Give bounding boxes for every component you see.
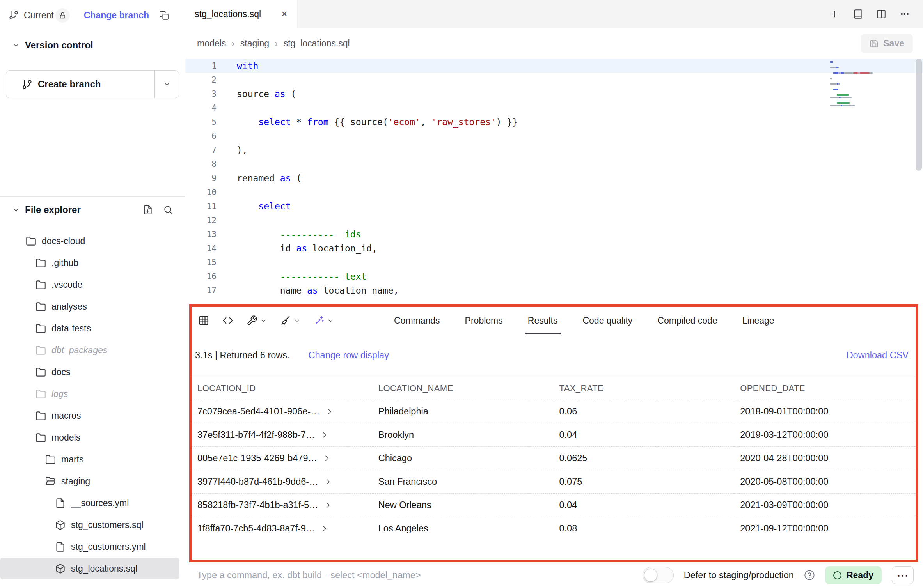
expand-row-icon[interactable] [320, 431, 328, 439]
tree-item-stg-customers-sql[interactable]: stg_customers.sql [0, 514, 179, 536]
split-editor-icon[interactable] [876, 9, 886, 19]
code-line: 5 select * from {{ source('ecom', 'raw_s… [185, 115, 923, 129]
expand-row-icon[interactable] [320, 524, 328, 533]
tree-item-sources-yml[interactable]: __sources.yml [0, 492, 179, 514]
current-branch[interactable]: Current [9, 10, 54, 21]
expand-row-icon[interactable] [325, 407, 334, 416]
code-line: 10 [185, 185, 923, 199]
panel-tab-compiled-code[interactable]: Compiled code [657, 307, 717, 334]
version-control-header[interactable]: Version control [0, 36, 185, 55]
table-cell: Philadelphia [373, 400, 554, 423]
change-row-display-link[interactable]: Change row display [309, 350, 389, 361]
create-branch-dropdown[interactable] [154, 71, 179, 98]
panel-tab-problems[interactable]: Problems [465, 307, 503, 334]
tree-item-dbt-packages[interactable]: dbt_packages [0, 339, 179, 361]
panel-tab-commands[interactable]: Commands [394, 307, 440, 334]
create-branch-button[interactable]: Create branch [6, 71, 154, 98]
code-line: 3source as ( [185, 87, 923, 101]
format-button[interactable] [280, 315, 300, 326]
ide-status-button[interactable]: Ready [825, 566, 882, 584]
folder-icon [26, 236, 36, 246]
table-row: 3977f440-b87d-461b-9dd6-…San Francisco0.… [192, 470, 916, 493]
save-button[interactable]: Save [861, 34, 913, 53]
editor-scrollbar-thumb[interactable] [916, 59, 922, 171]
lock-icon [59, 12, 66, 19]
tree-item-docs[interactable]: docs [0, 361, 179, 383]
tree-item-marts[interactable]: marts [0, 448, 179, 470]
tree-item-models[interactable]: models [0, 427, 179, 448]
breadcrumb-item-staging[interactable]: staging [240, 38, 269, 49]
table-view-button[interactable] [198, 315, 209, 326]
help-icon[interactable] [804, 570, 815, 581]
expand-row-icon[interactable] [324, 478, 332, 486]
code-line: 6 [185, 129, 923, 143]
table-row: 005e7e1c-1935-4269-b479…Chicago0.0625202… [192, 446, 916, 470]
expand-row-icon[interactable] [323, 454, 331, 462]
code-line: 4 [185, 101, 923, 115]
build-tools-button[interactable] [247, 315, 267, 326]
chevron-down-icon [12, 41, 20, 50]
folder-icon [45, 454, 56, 465]
create-branch-split-button: Create branch [6, 70, 179, 98]
minimap[interactable] [830, 61, 912, 108]
panel-tab-lineage[interactable]: Lineage [742, 307, 774, 334]
panel-tab-results[interactable]: Results [528, 307, 558, 334]
folder-icon [36, 411, 46, 421]
changelog-icon[interactable] [853, 9, 863, 19]
tree-item-github[interactable]: .github [0, 252, 179, 274]
code-text: ), [237, 145, 248, 155]
code-line: 17 name as location_name, [185, 283, 923, 298]
defer-toggle[interactable] [643, 567, 674, 583]
search-icon[interactable] [163, 205, 173, 215]
download-csv-link[interactable]: Download CSV [847, 350, 909, 361]
table-cell: 2021-03-09T00:00:00 [735, 493, 916, 517]
code-text: ---------- ids [237, 229, 361, 239]
editor-tab[interactable]: stg_locations.sql × [185, 0, 297, 28]
breadcrumb-item-models[interactable]: models [197, 38, 226, 49]
location-id-value: 005e7e1c-1935-4269-b479… [197, 453, 317, 464]
file-name: docs-cloud [42, 236, 85, 246]
tree-item-macros[interactable]: macros [0, 405, 179, 427]
chevron-down-icon [163, 80, 171, 89]
tree-item-vscode[interactable]: .vscode [0, 274, 179, 296]
breadcrumb-item-stg-locations-sql[interactable]: stg_locations.sql [284, 38, 350, 49]
code-text: with [237, 61, 258, 71]
new-file-icon[interactable] [143, 205, 153, 215]
more-options-icon[interactable] [900, 9, 910, 19]
code-editor[interactable]: 1with23source as (45 select * from {{ so… [185, 59, 923, 304]
tree-item-stg-locations-sql[interactable]: stg_locations.sql [0, 558, 179, 579]
git-branch-icon [22, 79, 32, 90]
wrench-icon [247, 315, 257, 326]
code-view-button[interactable] [222, 315, 233, 326]
table-cell: 0.075 [554, 470, 735, 493]
table-row: 7c079cea-5ed4-4101-906e-…Philadelphia0.0… [192, 400, 916, 423]
code-line: 1with [185, 59, 923, 73]
branch-lock-badge [55, 8, 70, 23]
line-number: 5 [185, 117, 237, 127]
fix-button[interactable] [314, 315, 334, 326]
panel-tab-code-quality[interactable]: Code quality [582, 307, 632, 334]
tree-item-staging[interactable]: staging [0, 470, 179, 492]
current-branch-label: Current [24, 10, 54, 21]
expand-row-icon[interactable] [324, 501, 332, 509]
tree-item-data-tests[interactable]: data-tests [0, 317, 179, 339]
folder-icon [36, 367, 46, 377]
tree-item-logs[interactable]: logs [0, 383, 179, 405]
code-line: 15 [185, 255, 923, 269]
file-explorer-header[interactable]: File explorer [0, 200, 185, 219]
new-tab-plus-icon[interactable] [829, 9, 840, 19]
tree-item-docs-cloud[interactable]: docs-cloud [0, 230, 179, 252]
change-branch-link[interactable]: Change branch [84, 10, 149, 21]
copy-branch-button[interactable] [159, 11, 169, 20]
breadcrumb-separator-icon: › [275, 37, 278, 50]
tab-close-icon[interactable]: × [281, 9, 288, 19]
table-cell: 0.08 [554, 517, 735, 540]
save-icon [870, 39, 879, 48]
tree-item-stg-customers-yml[interactable]: stg_customers.yml [0, 536, 179, 558]
table-cell: Los Angeles [373, 517, 554, 540]
more-actions-button[interactable]: ⋯ [892, 566, 914, 584]
command-input[interactable] [197, 570, 633, 581]
tree-item-analyses[interactable]: analyses [0, 296, 179, 317]
editor-tab-label: stg_locations.sql [195, 9, 261, 19]
file-name: analyses [51, 301, 87, 312]
